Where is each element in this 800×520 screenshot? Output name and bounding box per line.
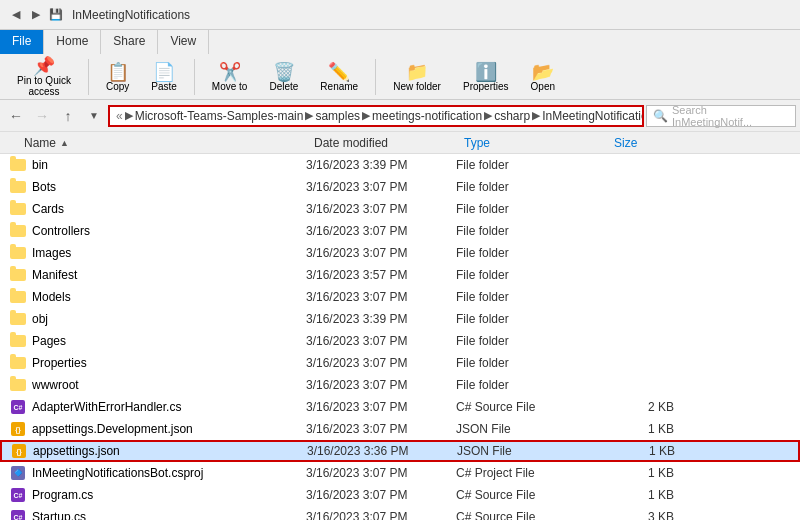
rename-icon: ✏️ <box>328 63 350 81</box>
tab-view[interactable]: View <box>158 30 209 54</box>
paste-button[interactable]: 📄 Paste <box>142 57 186 97</box>
newfolder-label: New folder <box>393 81 441 92</box>
nav-forward-button[interactable]: → <box>30 104 54 128</box>
col-type-header[interactable]: Type <box>464 136 614 150</box>
table-row[interactable]: C# Program.cs 3/16/2023 3:07 PM C# Sourc… <box>0 484 800 506</box>
move-button[interactable]: ✂️ Move to <box>203 57 257 97</box>
move-label: Move to <box>212 81 248 92</box>
recent-locations-button[interactable]: ▼ <box>82 104 106 128</box>
file-icon: 🔷 <box>8 465 28 481</box>
folder-icon <box>10 159 26 171</box>
file-date: 3/16/2023 3:39 PM <box>306 312 456 326</box>
file-name: Bots <box>32 180 306 194</box>
file-date: 3/16/2023 3:07 PM <box>306 488 456 502</box>
delete-button[interactable]: 🗑️ Delete <box>260 57 307 97</box>
folder-icon <box>10 225 26 237</box>
file-list: Name ▲ Date modified Type Size bin 3/16/… <box>0 132 800 520</box>
copy-button[interactable]: 📋 Copy <box>97 57 138 97</box>
table-row[interactable]: Models 3/16/2023 3:07 PM File folder <box>0 286 800 308</box>
separator-3 <box>375 59 376 95</box>
table-row[interactable]: Properties 3/16/2023 3:07 PM File folder <box>0 352 800 374</box>
folder-icon <box>10 247 26 259</box>
file-date: 3/16/2023 3:07 PM <box>306 246 456 260</box>
table-row[interactable]: C# Startup.cs 3/16/2023 3:07 PM C# Sourc… <box>0 506 800 520</box>
folder-icon <box>10 203 26 215</box>
search-placeholder: Search InMeetingNotif... <box>672 104 789 128</box>
file-icon: C# <box>8 509 28 520</box>
file-type: File folder <box>456 268 606 282</box>
file-type: JSON File <box>456 422 606 436</box>
tab-file[interactable]: File <box>0 30 44 54</box>
file-icon: C# <box>8 399 28 415</box>
file-date: 3/16/2023 3:07 PM <box>306 202 456 216</box>
nav-up-button[interactable]: ↑ <box>56 104 80 128</box>
sort-indicator: ▲ <box>60 138 69 148</box>
table-row[interactable]: C# AdapterWithErrorHandler.cs 3/16/2023 … <box>0 396 800 418</box>
col-size-header[interactable]: Size <box>614 136 694 150</box>
back-icon[interactable]: ◀ <box>8 7 24 23</box>
file-date: 3/16/2023 3:07 PM <box>306 290 456 304</box>
col-name-header[interactable]: Name ▲ <box>24 136 314 150</box>
file-type: File folder <box>456 180 606 194</box>
file-name: obj <box>32 312 306 326</box>
col-date-header[interactable]: Date modified <box>314 136 464 150</box>
file-type: JSON File <box>457 444 607 458</box>
ribbon-tabs: File Home Share View <box>0 30 800 54</box>
file-icon <box>8 377 28 393</box>
file-name: appsettings.json <box>33 444 307 458</box>
breadcrumb-arrow-1: ▶ <box>125 109 133 122</box>
breadcrumb[interactable]: « ▶ Microsoft-Teams-Samples-main ▶ sampl… <box>108 105 644 127</box>
file-name: bin <box>32 158 306 172</box>
table-row[interactable]: bin 3/16/2023 3:39 PM File folder <box>0 154 800 176</box>
column-headers: Name ▲ Date modified Type Size <box>0 132 800 154</box>
file-icon <box>8 245 28 261</box>
save-icon[interactable]: 💾 <box>48 7 64 23</box>
breadcrumb-arrow-3: ▶ <box>362 109 370 122</box>
ribbon: File Home Share View 📌 Pin to Quickacces… <box>0 30 800 100</box>
file-icon <box>8 201 28 217</box>
table-row[interactable]: wwwroot 3/16/2023 3:07 PM File folder <box>0 374 800 396</box>
file-name: Properties <box>32 356 306 370</box>
table-row[interactable]: Bots 3/16/2023 3:07 PM File folder <box>0 176 800 198</box>
newfolder-button[interactable]: 📁 New folder <box>384 57 450 97</box>
file-icon <box>8 311 28 327</box>
csproj-icon: 🔷 <box>11 466 25 480</box>
table-row[interactable]: obj 3/16/2023 3:39 PM File folder <box>0 308 800 330</box>
table-row[interactable]: Manifest 3/16/2023 3:57 PM File folder <box>0 264 800 286</box>
file-name: InMeetingNotificationsBot.csproj <box>32 466 306 480</box>
folder-icon <box>10 313 26 325</box>
table-row[interactable]: Pages 3/16/2023 3:07 PM File folder <box>0 330 800 352</box>
table-row[interactable]: Controllers 3/16/2023 3:07 PM File folde… <box>0 220 800 242</box>
table-row[interactable]: Images 3/16/2023 3:07 PM File folder <box>0 242 800 264</box>
file-icon <box>8 223 28 239</box>
rename-button[interactable]: ✏️ Rename <box>311 57 367 97</box>
search-box[interactable]: 🔍 Search InMeetingNotif... <box>646 105 796 127</box>
newfolder-icon: 📁 <box>406 63 428 81</box>
file-date: 3/16/2023 3:07 PM <box>306 378 456 392</box>
file-icon <box>8 157 28 173</box>
nav-back-button[interactable]: ← <box>4 104 28 128</box>
file-type: File folder <box>456 378 606 392</box>
file-type: File folder <box>456 224 606 238</box>
breadcrumb-current: InMeetingNotifications <box>542 109 644 123</box>
tab-share[interactable]: Share <box>101 30 158 54</box>
table-row[interactable]: Cards 3/16/2023 3:07 PM File folder <box>0 198 800 220</box>
tab-home[interactable]: Home <box>44 30 101 54</box>
pin-button[interactable]: 📌 Pin to Quickaccess <box>8 57 80 97</box>
file-icon: {} <box>8 421 28 437</box>
open-button[interactable]: 📂 Open <box>522 57 564 97</box>
file-icon <box>8 355 28 371</box>
breadcrumb-arrow-4: ▶ <box>484 109 492 122</box>
properties-button[interactable]: ℹ️ Properties <box>454 57 518 97</box>
table-row[interactable]: {} appsettings.json 3/16/2023 3:36 PM JS… <box>0 440 800 462</box>
breadcrumb-arrow-2: ▶ <box>305 109 313 122</box>
file-name: Controllers <box>32 224 306 238</box>
file-type: File folder <box>456 356 606 370</box>
forward-icon[interactable]: ▶ <box>28 7 44 23</box>
file-date: 3/16/2023 3:07 PM <box>306 334 456 348</box>
table-row[interactable]: {} appsettings.Development.json 3/16/202… <box>0 418 800 440</box>
file-type: File folder <box>456 246 606 260</box>
title-bar: ◀ ▶ 💾 InMeetingNotifications <box>0 0 800 30</box>
table-row[interactable]: 🔷 InMeetingNotificationsBot.csproj 3/16/… <box>0 462 800 484</box>
file-date: 3/16/2023 3:36 PM <box>307 444 457 458</box>
